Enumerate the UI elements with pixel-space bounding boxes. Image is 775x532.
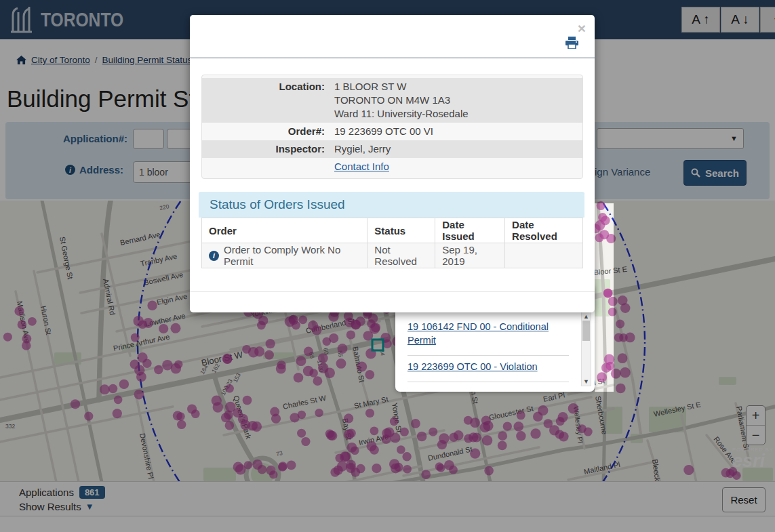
permit-dot[interactable] (599, 230, 609, 239)
permit-dot[interactable] (603, 289, 612, 298)
permit-dot[interactable] (266, 339, 275, 348)
permit-dot[interactable] (134, 365, 144, 375)
scrollbar-thumb[interactable] (582, 321, 590, 341)
permit-dot[interactable] (213, 402, 223, 412)
permit-dot[interactable] (292, 321, 300, 330)
permit-dot[interactable] (372, 464, 381, 473)
permit-dot[interactable] (470, 417, 480, 428)
permit-dot[interactable] (402, 452, 411, 461)
permit-dot[interactable] (400, 428, 409, 436)
permit-dot[interactable] (345, 318, 355, 327)
permit-dot[interactable] (177, 420, 186, 429)
permit-dot[interactable] (159, 324, 168, 333)
permit-dot[interactable] (327, 431, 337, 441)
permit-dot[interactable] (187, 405, 197, 414)
permit-dot[interactable] (616, 320, 624, 329)
permit-dot[interactable] (173, 411, 182, 420)
permit-dot[interactable] (498, 431, 507, 441)
permit-dot[interactable] (357, 362, 367, 372)
permit-dot[interactable] (601, 363, 611, 373)
permit-dot[interactable] (683, 465, 694, 475)
reset-button[interactable]: Reset (722, 487, 766, 512)
permit-dot[interactable] (171, 323, 181, 333)
permit-dot[interactable] (435, 462, 443, 470)
permit-dot[interactable] (597, 201, 605, 210)
permit-dot[interactable] (243, 396, 252, 405)
permit-dot[interactable] (417, 432, 427, 442)
permit-dot[interactable] (131, 333, 140, 342)
permit-dot[interactable] (313, 376, 323, 386)
permit-dot[interactable] (235, 464, 245, 474)
permit-dot[interactable] (397, 445, 405, 454)
permit-dot[interactable] (578, 424, 587, 433)
permit-dot[interactable] (254, 346, 264, 356)
permit-dot[interactable] (162, 360, 172, 370)
permit-dot[interactable] (344, 413, 353, 423)
permit-dot[interactable] (266, 466, 275, 475)
permit-dot[interactable] (113, 409, 122, 418)
permit-dot[interactable] (625, 333, 635, 343)
scroll-up-icon[interactable]: ▲ (583, 313, 589, 320)
permit-dot[interactable] (335, 453, 344, 462)
permit-dot[interactable] (338, 344, 348, 354)
permit-dot[interactable] (108, 384, 117, 393)
permit-dot[interactable] (498, 441, 507, 451)
permit-dot[interactable] (119, 380, 129, 389)
popup-scrollbar[interactable]: ▲ ▼ (581, 312, 591, 386)
permit-dot[interactable] (403, 465, 412, 474)
info-icon[interactable]: i (65, 165, 75, 175)
permit-dot[interactable] (242, 345, 251, 354)
permit-dot[interactable] (301, 437, 310, 446)
permit-dot[interactable] (100, 384, 110, 394)
permit-dot[interactable] (304, 347, 313, 356)
permit-dot[interactable] (365, 370, 374, 380)
permit-dot[interactable] (439, 433, 450, 444)
permit-dot[interactable] (608, 297, 618, 306)
permit-dot[interactable] (370, 426, 379, 435)
permit-dot[interactable] (481, 415, 491, 425)
permit-dot[interactable] (315, 409, 323, 417)
permit-dot[interactable] (224, 411, 233, 420)
permit-dot[interactable] (303, 366, 314, 377)
breadcrumb-home-link[interactable]: City of Toronto (31, 55, 90, 65)
permit-dot[interactable] (287, 460, 296, 470)
permit-dot[interactable] (223, 354, 233, 364)
permit-link[interactable]: 19 106142 FND 00 - Conditional Permit (408, 321, 549, 346)
zoom-in-button[interactable]: + (747, 406, 765, 425)
application-type-select[interactable]: ▼ (597, 128, 744, 149)
permit-dot[interactable] (258, 465, 267, 474)
permit-dot[interactable] (429, 428, 437, 436)
permit-dot[interactable] (530, 428, 540, 438)
permit-dot[interactable] (312, 325, 321, 335)
permit-dot[interactable] (318, 353, 328, 363)
permit-dot[interactable] (71, 399, 80, 409)
permit-dot[interactable] (138, 352, 148, 363)
permit-dot[interactable] (503, 422, 512, 430)
print-icon[interactable] (565, 37, 578, 52)
permit-dot[interactable] (381, 434, 391, 444)
home-icon[interactable] (16, 56, 26, 65)
application-prefix-input[interactable] (133, 129, 164, 149)
permit-dot[interactable] (356, 316, 365, 326)
scroll-down-icon[interactable]: ▼ (583, 378, 589, 385)
permit-dot[interactable] (517, 411, 525, 420)
permit-dot[interactable] (597, 372, 607, 382)
permit-dot[interactable] (449, 432, 458, 442)
permit-dot[interactable] (134, 390, 144, 400)
permit-dot[interactable] (290, 413, 300, 422)
info-icon[interactable]: i (209, 251, 219, 261)
permit-dot[interactable] (297, 429, 306, 438)
permit-dot[interactable] (365, 409, 374, 417)
permit-dot[interactable] (611, 369, 621, 379)
permit-dot[interactable] (147, 301, 157, 310)
permit-dot[interactable] (298, 315, 307, 324)
breadcrumb-current-link[interactable]: Building Permit Status (102, 55, 193, 65)
permit-dot[interactable] (614, 333, 623, 342)
font-decrease-button[interactable]: A ↓ (721, 7, 759, 33)
permit-dot[interactable] (277, 361, 286, 369)
permit-dot[interactable] (28, 317, 37, 326)
permit-dot[interactable] (294, 373, 304, 383)
permit-dot[interactable] (484, 466, 494, 476)
permit-dot[interactable] (296, 356, 306, 366)
close-icon[interactable]: × (578, 22, 586, 35)
